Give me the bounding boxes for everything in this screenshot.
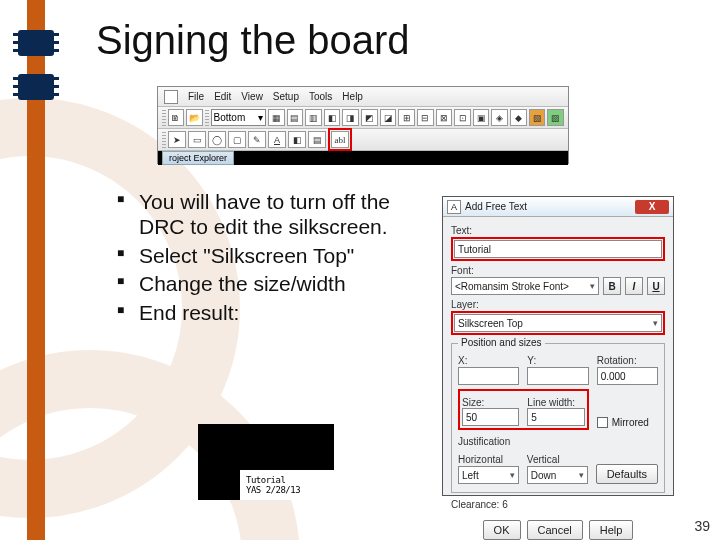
help-button[interactable]: Help — [589, 520, 634, 540]
vert-label: Vertical — [527, 454, 588, 465]
layer-field-highlight: Silkscreen Top — [451, 311, 665, 335]
chip-icon-bottom — [18, 74, 54, 100]
chip-icon-top — [18, 30, 54, 56]
toolbar-icon[interactable]: ▢ — [228, 131, 246, 148]
text-tool-highlight: abl — [328, 128, 352, 151]
toolbar-icon[interactable]: ▤ — [308, 131, 326, 148]
layer-select[interactable]: Silkscreen Top — [454, 314, 662, 332]
toolbar-icon[interactable]: ◧ — [288, 131, 306, 148]
toolbar-icon[interactable]: ⊠ — [436, 109, 453, 126]
toolbar-icon[interactable]: ⊟ — [417, 109, 434, 126]
page-number: 39 — [694, 518, 710, 534]
font-select-value: <Romansim Stroke Font> — [455, 281, 569, 292]
menu-help[interactable]: Help — [342, 91, 363, 102]
clearance-label: Clearance: 6 — [451, 499, 665, 510]
text-input[interactable]: Tutorial — [454, 240, 662, 258]
rotation-input[interactable]: 0.000 — [597, 367, 658, 385]
grip-icon — [205, 110, 209, 126]
size-input[interactable]: 50 — [462, 408, 519, 426]
bold-button[interactable]: B — [603, 277, 621, 295]
menu-setup[interactable]: Setup — [273, 91, 299, 102]
vert-select[interactable]: Down — [527, 466, 588, 484]
toolbar-icon[interactable]: ⊡ — [454, 109, 471, 126]
toolbar-icon[interactable]: ◈ — [491, 109, 508, 126]
text-label: Text: — [451, 225, 665, 236]
mirrored-label: Mirrored — [612, 417, 649, 428]
toolbar-icon[interactable]: ◪ — [380, 109, 397, 126]
close-icon[interactable]: X — [635, 200, 669, 214]
bullet-item: Change the size/width — [117, 272, 422, 297]
toolbar-icon[interactable]: ◨ — [342, 109, 359, 126]
add-text-button[interactable]: abl — [331, 131, 349, 148]
toolbar-icon[interactable]: ▧ — [529, 109, 546, 126]
x-input[interactable] — [458, 367, 519, 385]
result-line2: YAS 2/28/13 — [246, 485, 300, 495]
slide-title: Signing the board — [96, 18, 410, 63]
y-label: Y: — [527, 355, 588, 366]
result-screenshot: Tutorial YAS 2/28/13 — [198, 424, 334, 500]
toolbar-row-1: 🗎 📂 Bottom▾ ▦ ▤ ▥ ◧ ◨ ◩ ◪ ⊞ ⊟ ⊠ ⊡ ▣ ◈ ◆ … — [158, 107, 568, 129]
underline-button[interactable]: U — [647, 277, 665, 295]
toolbar-icon[interactable]: ▣ — [473, 109, 490, 126]
toolbar-new-icon[interactable]: 🗎 — [168, 109, 185, 126]
linewidth-label: Line width: — [527, 397, 584, 408]
toolbar-icon[interactable]: ◯ — [208, 131, 226, 148]
toolbar-icon[interactable]: ◧ — [324, 109, 341, 126]
bullet-item: End result: — [117, 301, 422, 326]
bullet-item: You will have to turn off the DRC to edi… — [117, 190, 422, 240]
toolbar-icon[interactable]: ✎ — [248, 131, 266, 148]
layer-combo[interactable]: Bottom▾ — [211, 109, 266, 126]
text-field-highlight: Tutorial — [451, 237, 665, 261]
dialog-titlebar: A Add Free Text X — [443, 197, 673, 217]
grip-icon — [162, 110, 166, 126]
menu-view[interactable]: View — [241, 91, 263, 102]
justification-label: Justification — [458, 436, 658, 447]
toolbar-icon[interactable]: ▨ — [547, 109, 564, 126]
font-label: Font: — [451, 265, 665, 276]
menu-file[interactable]: File — [188, 91, 204, 102]
toolbar-icon[interactable]: A — [268, 131, 286, 148]
x-label: X: — [458, 355, 519, 366]
toolbar-row-2: ➤ ▭ ◯ ▢ ✎ A ◧ ▤ abl — [158, 129, 568, 151]
group-title: Position and sizes — [458, 337, 545, 348]
dialog-title: Add Free Text — [465, 201, 527, 212]
font-select[interactable]: <Romansim Stroke Font> — [451, 277, 599, 295]
horiz-label: Horizontal — [458, 454, 519, 465]
toolbar-icon[interactable]: ◆ — [510, 109, 527, 126]
y-input[interactable] — [527, 367, 588, 385]
menu-bar: File Edit View Setup Tools Help — [158, 87, 568, 107]
bullet-list: You will have to turn off the DRC to edi… — [117, 190, 422, 330]
linewidth-input[interactable]: 5 — [527, 408, 584, 426]
position-group: Position and sizes X: Y: Rotation: 0.000 — [451, 343, 665, 493]
size-width-highlight: Size: 50 Line width: 5 — [458, 389, 589, 430]
grip-icon — [162, 132, 166, 148]
slide: Signing the board File Edit View Setup T… — [0, 0, 720, 540]
toolbar-icon[interactable]: ▤ — [287, 109, 304, 126]
toolbar-icon[interactable]: ⊞ — [398, 109, 415, 126]
add-free-text-dialog: A Add Free Text X Text: Tutorial Font: <… — [442, 196, 674, 496]
result-line1: Tutorial — [246, 475, 285, 485]
bullet-item: Select "Silkscreen Top" — [117, 244, 422, 269]
menu-tools[interactable]: Tools — [309, 91, 332, 102]
toolbar-icon[interactable]: ▭ — [188, 131, 206, 148]
toolbar-icon[interactable]: ▥ — [305, 109, 322, 126]
layer-select-value: Silkscreen Top — [458, 318, 523, 329]
menu-edit[interactable]: Edit — [214, 91, 231, 102]
toolbar-open-icon[interactable]: 📂 — [186, 109, 203, 126]
toolbar-icon[interactable]: ◩ — [361, 109, 378, 126]
horiz-select[interactable]: Left — [458, 466, 519, 484]
ok-button[interactable]: OK — [483, 520, 521, 540]
text-tool-icon: A — [447, 200, 461, 214]
italic-button[interactable]: I — [625, 277, 643, 295]
rotation-label: Rotation: — [597, 355, 658, 366]
layer-combo-value: Bottom — [214, 112, 246, 123]
text-input-value: Tutorial — [458, 244, 491, 255]
toolbar-screenshot: File Edit View Setup Tools Help 🗎 📂 Bott… — [157, 86, 569, 164]
toolbar-cursor-icon[interactable]: ➤ — [168, 131, 186, 148]
defaults-button[interactable]: Defaults — [596, 464, 658, 484]
project-explorer-title: roject Explorer — [162, 151, 234, 165]
toolbar-icon[interactable]: ▦ — [268, 109, 285, 126]
size-label: Size: — [462, 397, 519, 408]
cancel-button[interactable]: Cancel — [527, 520, 583, 540]
mirrored-checkbox[interactable] — [597, 417, 608, 428]
